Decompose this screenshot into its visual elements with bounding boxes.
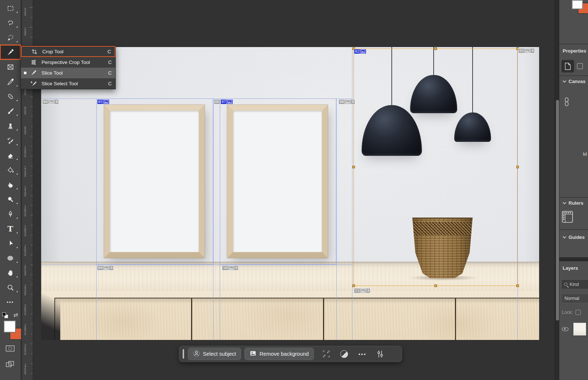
chevron-down-icon	[563, 79, 566, 83]
brush-tool[interactable]	[0, 104, 21, 118]
slice-image-icon	[360, 49, 366, 54]
more-options-button[interactable]: •••	[356, 348, 369, 360]
chevron-down-icon	[563, 201, 566, 204]
edit-toolbar-button[interactable]: •••	[0, 295, 21, 309]
canvas-section-header[interactable]: Canvas	[563, 79, 585, 84]
user-slice-07-bounds	[220, 98, 336, 265]
zoom-tool[interactable]	[0, 280, 21, 295]
ruler-label: 1800	[24, 226, 28, 237]
marquee-tool[interactable]	[0, 1, 21, 15]
chevron-down-icon	[563, 235, 566, 239]
blend-mode-dropdown[interactable]: Normal	[561, 294, 588, 303]
menu-shortcut: C	[106, 81, 112, 86]
slice-number: 07	[220, 99, 227, 104]
smudge-tool[interactable]	[0, 177, 21, 192]
remove-background-label: Remove background	[259, 351, 309, 357]
dodge-tool[interactable]	[0, 192, 21, 207]
slice-image-icon	[524, 48, 531, 53]
eyedropper-tool[interactable]	[0, 74, 21, 89]
ruler-label: 800	[24, 127, 28, 135]
menu-item-slice-select-tool[interactable]: Slice Select Tool C	[21, 78, 115, 89]
menu-item-label: Perspective Crop Tool	[42, 60, 106, 65]
slice-number: 06	[214, 99, 220, 104]
user-slice-05-bounds	[96, 98, 213, 265]
slice-number: 11	[354, 288, 360, 293]
default-swap-colors[interactable]: ⇄	[0, 311, 21, 320]
slice-number: 09	[97, 265, 103, 270]
perspective-crop-icon	[31, 59, 42, 65]
transform-button[interactable]	[320, 348, 333, 360]
eraser-tool[interactable]	[0, 148, 21, 162]
remove-background-button[interactable]: Remove background	[244, 348, 314, 360]
clone-stamp-tool[interactable]	[0, 118, 21, 133]
rulers-grid-icon[interactable]	[562, 211, 573, 225]
slice-number: 03	[518, 48, 524, 53]
frame-tool[interactable]	[0, 60, 21, 74]
type-tool[interactable]: T	[0, 221, 21, 236]
paint-bucket-tool[interactable]	[0, 162, 21, 177]
guides-section-header[interactable]: Guides	[563, 234, 585, 240]
slice-image-icon	[228, 265, 234, 270]
pen-tool[interactable]	[0, 207, 21, 221]
slice-number: 10	[222, 265, 228, 270]
layer-thumbnail[interactable]	[573, 323, 586, 336]
slice-image-icon	[360, 288, 366, 293]
slice-number: 08	[338, 99, 345, 104]
ruler-label: 600	[24, 107, 28, 115]
hand-tool[interactable]	[0, 265, 21, 280]
layer-row[interactable]	[562, 323, 586, 336]
foreground-background-swatches	[3, 320, 21, 343]
ruler-label: 1200	[24, 166, 28, 178]
slice-image-icon	[49, 99, 55, 104]
crop-icon	[31, 49, 42, 55]
menu-item-perspective-crop-tool[interactable]: Perspective Crop Tool C	[21, 57, 115, 68]
slice-link-icon: 8	[366, 288, 370, 293]
rulers-section-header[interactable]: Rulers	[563, 200, 583, 206]
slice-tool[interactable]	[0, 45, 21, 60]
adjustments-button[interactable]	[338, 348, 350, 360]
menu-item-crop-tool[interactable]: Crop Tool C	[21, 46, 115, 57]
remove-background-icon	[250, 350, 257, 358]
history-brush-tool[interactable]	[0, 133, 21, 148]
lock-transparency-toggle[interactable]	[576, 310, 581, 315]
link-dimensions-icon[interactable]	[564, 97, 570, 108]
object-selection-tool[interactable]	[0, 30, 21, 45]
slice-badge-09: 098	[97, 265, 114, 270]
slice-number: 04	[42, 99, 49, 104]
document-properties-button[interactable]	[562, 60, 574, 72]
ruler-label: 3200	[24, 364, 28, 375]
layer-filter-value: Kind	[570, 282, 579, 287]
lock-controls: Lock:	[562, 310, 581, 315]
shape-tool[interactable]	[0, 251, 21, 265]
menu-item-slice-tool[interactable]: Slice Tool C	[21, 68, 115, 78]
panel-scrollbar[interactable]	[556, 100, 559, 320]
layer-visibility-eye-icon[interactable]	[562, 327, 569, 331]
foreground-color-swatch[interactable]	[4, 320, 16, 333]
lasso-tool[interactable]	[0, 15, 21, 30]
healing-brush-tool[interactable]	[0, 89, 21, 104]
slice-badge-10: 108	[222, 265, 239, 270]
slice-link-icon: 8	[351, 99, 355, 104]
mode-label: M	[583, 151, 587, 157]
panel-foreground-swatch[interactable]	[572, 0, 583, 9]
slice-number: 05	[97, 99, 103, 104]
slice-link-icon: 8	[110, 265, 114, 270]
slice-image-icon	[103, 265, 110, 270]
slice-image-icon	[103, 99, 110, 104]
slice-number: 02	[354, 49, 360, 54]
tool-flyout-menu: Crop Tool C Perspective Crop Tool C Slic…	[21, 46, 116, 89]
select-subject-button[interactable]: Select subject	[188, 348, 241, 360]
secondary-properties-button[interactable]	[577, 63, 583, 69]
contextual-task-bar: Select subject Remove background •••	[179, 346, 402, 362]
search-icon	[564, 283, 567, 286]
screen-mode-button[interactable]	[5, 359, 15, 370]
taskbar-drag-handle[interactable]	[183, 349, 184, 359]
taskbar-properties-button[interactable]	[374, 348, 386, 360]
quick-mask-button[interactable]	[5, 344, 15, 354]
layer-filter-search[interactable]: Kind	[561, 279, 588, 289]
swap-colors-icon: ⇄	[13, 312, 18, 318]
selected-slice-bounds[interactable]	[354, 49, 517, 286]
ruler-label: 2600	[24, 305, 28, 316]
path-selection-tool[interactable]	[0, 236, 21, 251]
shadow	[41, 275, 60, 340]
